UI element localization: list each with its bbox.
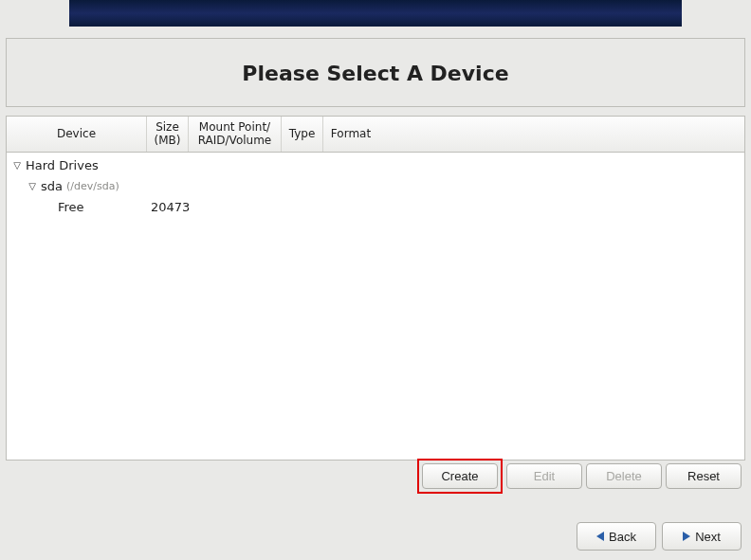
table-body: ▽ Hard Drives ▽ sda (/dev/sda) Free 2047… [7, 153, 744, 460]
next-button[interactable]: Next [662, 522, 742, 551]
device-table: Device Size (MB) Mount Point/ RAID/Volum… [6, 116, 745, 461]
free-label: Free [58, 200, 84, 214]
page-title: Please Select A Device [16, 62, 735, 85]
header-banner [69, 0, 682, 27]
free-size: 20473 [151, 200, 192, 214]
col-type[interactable]: Type [282, 117, 323, 152]
arrow-right-icon [683, 532, 690, 541]
expander-icon[interactable]: ▽ [10, 160, 24, 171]
next-label: Next [695, 530, 721, 544]
delete-button: Delete [586, 463, 662, 489]
col-format[interactable]: Format [323, 117, 378, 152]
title-panel: Please Select A Device [6, 38, 745, 107]
table-header: Device Size (MB) Mount Point/ RAID/Volum… [7, 117, 744, 153]
tree-row-disk[interactable]: ▽ sda (/dev/sda) [7, 175, 744, 196]
action-buttons: Create Edit Delete Reset [417, 459, 742, 494]
tree-row-free[interactable]: Free 20473 [7, 196, 744, 217]
disk-path: (/dev/sda) [66, 180, 119, 192]
tree-row-root[interactable]: ▽ Hard Drives [7, 154, 744, 175]
back-label: Back [609, 530, 636, 544]
expander-icon[interactable]: ▽ [26, 181, 39, 191]
create-button[interactable]: Create [422, 463, 498, 489]
back-button[interactable]: Back [577, 522, 656, 551]
arrow-left-icon [596, 532, 604, 541]
create-highlight: Create [417, 459, 503, 494]
nav-buttons: Back Next [577, 522, 742, 551]
reset-button[interactable]: Reset [666, 463, 742, 489]
disk-name: sda [41, 179, 63, 193]
root-label: Hard Drives [26, 158, 99, 172]
edit-button: Edit [506, 463, 582, 489]
col-mount[interactable]: Mount Point/ RAID/Volume [189, 117, 282, 152]
col-device[interactable]: Device [7, 117, 147, 152]
col-size[interactable]: Size (MB) [147, 117, 189, 152]
